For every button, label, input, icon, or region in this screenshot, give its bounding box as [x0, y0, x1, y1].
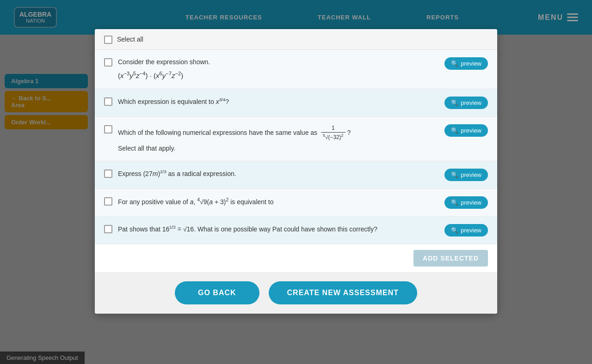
q6-text: Pat shows that 161/2 = √16. What is one … [118, 224, 439, 234]
add-selected-button[interactable]: ADD SELECTED [413, 250, 488, 267]
q3-checkbox[interactable] [104, 125, 112, 133]
question-row: For any positive value of a, 4√9(a + 3)2… [95, 189, 497, 217]
q5-text: For any positive value of a, 4√9(a + 3)2… [118, 196, 439, 207]
go-back-button[interactable]: GO BACK [175, 281, 259, 304]
q5-preview-btn[interactable]: 🔍 preview [444, 196, 488, 209]
question-row: Which expression is equivalent to x3/4? … [95, 89, 497, 117]
modal-footer: GO BACK CREATE NEW ASSESSMENT [95, 272, 497, 314]
search-icon: 🔍 [451, 127, 458, 134]
question-row: Which of the following numerical express… [95, 117, 497, 162]
q1-checkbox[interactable] [104, 58, 112, 67]
q4-checkbox[interactable] [104, 170, 112, 178]
search-icon: 🔍 [451, 99, 458, 106]
q2-preview-btn[interactable]: 🔍 preview [444, 97, 488, 109]
q3-text: Which of the following numerical express… [118, 124, 439, 154]
q2-checkbox[interactable] [104, 97, 112, 106]
search-icon: 🔍 [451, 60, 458, 67]
q1-preview-btn[interactable]: 🔍 preview [444, 57, 488, 70]
q6-checkbox[interactable] [104, 225, 112, 233]
question-row: Pat shows that 161/2 = √16. What is one … [95, 217, 497, 244]
select-all-checkbox[interactable] [104, 36, 112, 44]
q1-text: Consider the expression shown. (x−3y5z−4… [118, 57, 439, 81]
question-row: Consider the expression shown. (x−3y5z−4… [95, 50, 497, 89]
q1-math: (x−3y5z−4) · (x6y−7z−2) [118, 70, 439, 81]
modal-overlay: Select all Consider the expression shown… [0, 0, 592, 364]
search-icon: 🔍 [451, 199, 458, 206]
select-all-row: Select all [95, 29, 497, 50]
q4-text: Express (27m)2/3 as a radical expression… [118, 169, 439, 179]
add-selected-row: ADD SELECTED [95, 244, 497, 272]
q6-preview-btn[interactable]: 🔍 preview [444, 224, 488, 237]
q5-checkbox[interactable] [104, 197, 112, 206]
select-all-label: Select all [117, 36, 143, 43]
search-icon: 🔍 [451, 171, 458, 178]
search-icon: 🔍 [451, 227, 458, 234]
modal-body: Select all Consider the expression shown… [95, 29, 497, 272]
create-assessment-button[interactable]: CREATE NEW ASSESSMENT [269, 281, 417, 304]
q3-preview-btn[interactable]: 🔍 preview [444, 124, 488, 137]
question-row: Express (27m)2/3 as a radical expression… [95, 161, 497, 189]
q4-preview-btn[interactable]: 🔍 preview [444, 169, 488, 181]
question-modal: Select all Consider the expression shown… [95, 29, 497, 314]
q2-text: Which expression is equivalent to x3/4? [118, 97, 439, 107]
